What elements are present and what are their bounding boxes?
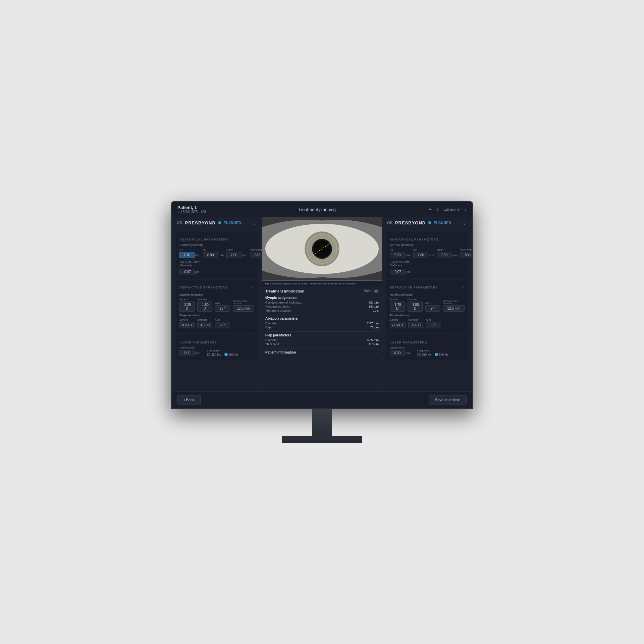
save-and-close-button[interactable]: Save and close xyxy=(429,395,467,405)
od-status: PLANNED xyxy=(224,221,241,225)
od-freq-250-radio[interactable] xyxy=(207,353,210,356)
header-left: Patient, 1 ♂ | 8/10/1978 | 128 xyxy=(177,205,206,214)
os-mean-unit: mm xyxy=(452,254,458,257)
od-laser-section: LASER PARAMETERS Optical zone 6.00 mm Fr xyxy=(176,335,258,361)
os-freq-250-item[interactable]: 250 Hz xyxy=(417,353,431,356)
os-refractive-section: REFRACTIVE PARAMETERS ⤢ Manifest refract… xyxy=(386,280,468,333)
flap-title: Flap parameters xyxy=(265,333,379,337)
od-r2-value[interactable]: 6.90 xyxy=(203,252,218,258)
od-mean-value[interactable]: 7.00 xyxy=(226,252,241,258)
os-corneal-row1: R1 7.50 mm R2 7.60 mm xyxy=(390,248,465,258)
od-r1-value[interactable]: 7.10 xyxy=(179,252,195,258)
treatment-info-title: Treatment information xyxy=(265,289,304,293)
os-sphere-value[interactable]: -1.75 D xyxy=(390,302,405,312)
os-freq-250-radio[interactable] xyxy=(417,353,421,356)
middle-panel: S I T N The graphical display is not to … xyxy=(262,217,382,391)
os-r1-field: 7.50 mm xyxy=(390,252,411,258)
od-target-row: Sphere 0.00 D Cylinder 0.00 D Axis 23 ° xyxy=(179,318,254,328)
os-pachy-value[interactable]: 530 xyxy=(460,252,472,258)
od-z-value[interactable]: -0.07 xyxy=(179,269,195,275)
os-pachy-field: 530 μm xyxy=(460,252,472,258)
od-freq-500-radio[interactable] xyxy=(224,353,228,356)
penetration-row: Penetration depth: 182 μm xyxy=(265,305,379,309)
svg-text:I: I xyxy=(321,265,322,268)
od-t-sphere-value[interactable]: 0.00 D xyxy=(179,322,195,328)
od-sphere-value[interactable]: -2.25 D xyxy=(179,302,195,312)
od-menu-button[interactable]: ⋮ xyxy=(252,220,257,226)
od-refractive-expand[interactable]: ⤢ xyxy=(252,285,254,288)
os-freq-500-item[interactable]: 500 Hz xyxy=(435,353,449,356)
od-cylinder-value[interactable]: -1.50 D xyxy=(197,302,212,312)
od-frequency-group: Frequency 250 Hz 500 Hz xyxy=(207,349,238,356)
od-target-label: Target refraction xyxy=(179,314,254,317)
od-pachy-value[interactable]: 533 xyxy=(250,252,262,258)
myopic-title: Myopic astigmatism xyxy=(265,296,379,300)
od-refractive-title: REFRACTIVE PARAMETERS xyxy=(179,286,227,289)
od-status-dot xyxy=(218,221,221,224)
os-mean-value[interactable]: 7.55 xyxy=(437,252,452,258)
os-panel-header: OS PRESBYOND PLANNED ⋮ xyxy=(382,217,472,229)
os-panel-body: ANATOMICAL PARAMETERS Corneal geometry R… xyxy=(382,229,472,365)
os-t-sphere-value[interactable]: -1.50 D xyxy=(390,322,406,328)
os-panel: OS PRESBYOND PLANNED ⋮ ANATOMICAL PARAME… xyxy=(382,217,472,391)
od-r1-group: R1 7.10 mm xyxy=(179,248,200,258)
od-pachy-group: Pachymetry 533 μm xyxy=(250,248,262,258)
patient-info-label: Patient information xyxy=(265,351,296,354)
os-menu-button[interactable]: ⋮ xyxy=(462,220,467,226)
back-button[interactable]: ‹ Back xyxy=(177,395,201,405)
os-refractive-title: REFRACTIVE PARAMETERS xyxy=(390,286,438,289)
od-cylinder-group: Cylinder -1.50 D xyxy=(197,298,212,312)
flap-thickness-label: Thickness: xyxy=(265,342,280,346)
os-laser-section: LASER PARAMETERS Optical zone 6.00 mm Fr xyxy=(386,335,468,361)
od-pachy-label: Pachymetry xyxy=(250,248,262,251)
patient-info: ♂ | 8/10/1978 | 128 xyxy=(177,210,206,214)
os-r2-value[interactable]: 7.60 xyxy=(413,252,428,258)
od-cornea-vertex-value[interactable]: 12.5 mm xyxy=(233,305,254,312)
duration-label: Treatment duration: xyxy=(265,309,291,312)
os-r1-value[interactable]: 7.50 xyxy=(390,252,405,258)
od-t-cylinder-label: Cylinder xyxy=(197,318,212,321)
back-label: ‹ Back xyxy=(184,398,194,402)
os-t-cylinder-value[interactable]: 0.00 D xyxy=(408,322,423,328)
settings-icon[interactable]: ☀ xyxy=(428,207,432,212)
od-freq-250-label: 250 Hz xyxy=(211,353,221,356)
od-refractive-section: REFRACTIVE PARAMETERS ⤢ Manifest refract… xyxy=(176,280,258,333)
os-mean-field: 7.55 mm xyxy=(437,252,458,258)
separator3 xyxy=(265,348,379,348)
os-t-cylinder-group: Cylinder 0.00 D xyxy=(408,318,423,328)
od-r1-field-unit: 7.10 mm xyxy=(179,252,200,258)
header: Patient, 1 ♂ | 8/10/1978 | 128 Treatment… xyxy=(172,202,472,217)
svg-text:N: N xyxy=(338,247,340,250)
od-freq-250-item[interactable]: 250 Hz xyxy=(207,353,221,356)
info-icon[interactable]: ℹ xyxy=(437,207,439,212)
os-freq-500-radio[interactable] xyxy=(435,353,438,356)
patient-info-row: Patient information ↗ xyxy=(265,350,379,356)
os-freq-500-label: 500 Hz xyxy=(439,353,449,356)
patient-link-icon[interactable]: ↗ xyxy=(376,351,379,355)
os-cylinder-value[interactable]: -1.50 D xyxy=(408,302,423,312)
os-cylinder-group: Cylinder -1.50 D xyxy=(408,298,423,312)
od-optical-zone-value[interactable]: 6.00 xyxy=(179,350,195,356)
od-z-unit: μm xyxy=(195,270,200,274)
flap-diameter-value: 8.85 mm xyxy=(367,338,379,342)
od-freq-500-item[interactable]: 500 Hz xyxy=(224,353,238,356)
os-t-axis-value[interactable]: 9 ° xyxy=(426,322,441,328)
od-manifest-row: Sphere -2.25 D Cylinder -1.50 D Axis 23 … xyxy=(179,298,254,312)
od-t-axis-value[interactable]: 23 ° xyxy=(215,322,230,328)
duration-value: 10 s xyxy=(373,309,379,312)
os-refractive-expand[interactable]: ⤢ xyxy=(462,285,465,288)
page-title: Treatment planning xyxy=(298,207,336,212)
os-optical-zone-unit: mm xyxy=(406,352,411,355)
os-optical-zone-value[interactable]: 6.00 xyxy=(390,350,405,356)
od-t-cylinder-value[interactable]: 0.00 D xyxy=(197,322,212,328)
os-cornea-vertex-value[interactable]: 12.5 mm xyxy=(443,305,465,312)
os-t-sphere-group: Sphere -1.50 D xyxy=(390,318,406,328)
ablation-depth-label: Depth: xyxy=(265,326,274,329)
os-z-value[interactable]: -0.07 xyxy=(390,269,405,275)
chevron-right-icon[interactable]: › xyxy=(465,207,467,212)
eye-illustration: S I T N xyxy=(262,217,382,281)
os-axis-value[interactable]: 9 ° xyxy=(425,305,440,312)
od-axis-value[interactable]: 23 ° xyxy=(215,305,230,312)
eye-image-container: S I T N xyxy=(262,217,382,281)
os-sphere-group: Sphere -1.75 D xyxy=(390,298,405,312)
